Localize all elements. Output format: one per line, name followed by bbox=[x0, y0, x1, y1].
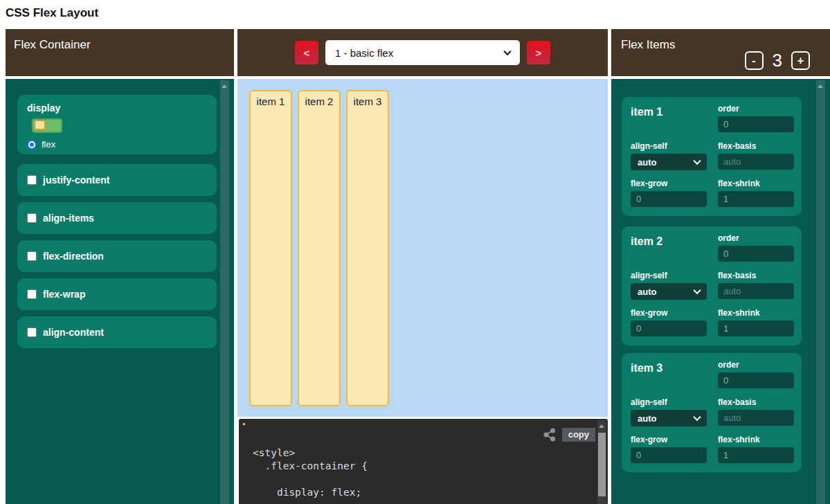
flex-items-panel-header: Flex Items - 3 + bbox=[611, 29, 830, 76]
flex-items-panel-body: item 1 order align-self auto bbox=[611, 79, 830, 504]
code-panel: copy <style> .flex-container { display: … bbox=[239, 419, 608, 504]
item-2-order-input[interactable] bbox=[718, 246, 794, 262]
flex-wrap-label: flex-wrap bbox=[43, 289, 85, 300]
align-items-checkbox[interactable] bbox=[27, 213, 37, 223]
item-2-title: item 2 bbox=[631, 233, 707, 262]
item-1-order-input[interactable] bbox=[718, 116, 794, 132]
flex-basis-label: flex-basis bbox=[718, 141, 794, 151]
justify-content-label: justify-content bbox=[43, 174, 109, 186]
align-content-card: align-content bbox=[17, 316, 217, 348]
item-3-align-self-wrap: auto bbox=[631, 410, 707, 426]
flex-direction-card: flex-direction bbox=[17, 240, 217, 272]
align-self-label: align-self bbox=[631, 141, 707, 151]
order-label: order bbox=[718, 360, 794, 370]
code-listing: <style> .flex-container { display: flex; bbox=[253, 447, 368, 499]
item-3-flex-grow-input[interactable] bbox=[631, 447, 707, 463]
share-icon[interactable] bbox=[543, 428, 557, 442]
flex-radio-label: flex bbox=[42, 139, 55, 150]
flex-shrink-label: flex-shrink bbox=[718, 179, 794, 188]
item-1-align-self-wrap: auto bbox=[631, 154, 707, 170]
display-card: display flex bbox=[17, 95, 217, 154]
item-1-align-self-select[interactable]: auto bbox=[631, 154, 707, 170]
toggle-knob[interactable] bbox=[34, 120, 46, 130]
item-2-flex-grow-input[interactable] bbox=[631, 321, 707, 336]
item-2-flex-basis-input[interactable] bbox=[718, 283, 794, 299]
copy-button[interactable]: copy bbox=[562, 428, 595, 442]
code-scrollbar[interactable] bbox=[597, 420, 606, 504]
scroll-up-icon[interactable] bbox=[599, 424, 604, 428]
preview-item-1: item 1 bbox=[249, 90, 292, 406]
item-1-flex-shrink-input[interactable] bbox=[718, 191, 794, 207]
item-3-flex-shrink-input[interactable] bbox=[718, 447, 794, 463]
item-1-flex-grow-input[interactable] bbox=[631, 191, 707, 207]
align-content-checkbox[interactable] bbox=[27, 327, 37, 337]
scroll-up-icon[interactable] bbox=[818, 84, 823, 88]
flex-preview-container: item 1 item 2 item 3 bbox=[237, 79, 608, 417]
item-count-value: 3 bbox=[773, 50, 782, 71]
justify-content-card: justify-content bbox=[17, 164, 217, 196]
code-line bbox=[253, 473, 368, 486]
code-line: display: flex; bbox=[253, 486, 368, 499]
preview-item-3: item 3 bbox=[346, 90, 389, 406]
item-2-align-self-wrap: auto bbox=[631, 283, 707, 300]
scroll-up-icon[interactable] bbox=[222, 84, 227, 88]
code-scrollbar-thumb[interactable] bbox=[598, 433, 606, 496]
flex-direction-checkbox[interactable] bbox=[27, 251, 37, 261]
flex-grow-label: flex-grow bbox=[631, 308, 707, 318]
item-count-stepper: - 3 + bbox=[745, 50, 810, 71]
code-line: .flex-container { bbox=[253, 460, 368, 473]
code-line: <style> bbox=[253, 447, 368, 460]
item-3-align-self-select[interactable]: auto bbox=[631, 410, 707, 426]
flex-container-panel: Flex Container display flex justify-cont… bbox=[6, 29, 234, 504]
align-content-label: align-content bbox=[43, 327, 104, 338]
example-select[interactable]: 1 - basic flex bbox=[325, 40, 520, 65]
item-2-align-self-select[interactable]: auto bbox=[631, 283, 707, 300]
align-items-card: align-items bbox=[17, 202, 217, 234]
item-1-flex-basis-input[interactable] bbox=[718, 154, 794, 170]
prev-example-button[interactable]: < bbox=[295, 41, 318, 64]
item-1-card: item 1 order align-self auto bbox=[622, 97, 802, 216]
code-bullet-dot bbox=[243, 423, 245, 425]
right-scrollbar[interactable] bbox=[816, 80, 825, 504]
display-toggle[interactable] bbox=[32, 118, 62, 133]
preview-item-2: item 2 bbox=[298, 90, 341, 406]
decrease-items-button[interactable]: - bbox=[745, 51, 764, 70]
next-example-button[interactable]: > bbox=[527, 41, 550, 64]
justify-content-checkbox[interactable] bbox=[27, 175, 37, 185]
flex-direction-label: flex-direction bbox=[43, 251, 104, 262]
flex-shrink-label: flex-shrink bbox=[718, 435, 794, 444]
item-3-flex-basis-input[interactable] bbox=[718, 410, 794, 426]
flex-grow-label: flex-grow bbox=[631, 179, 707, 188]
order-label: order bbox=[718, 233, 794, 243]
left-scrollbar[interactable] bbox=[220, 80, 229, 504]
item-3-card: item 3 order align-self auto bbox=[622, 353, 802, 472]
flex-wrap-card: flex-wrap bbox=[17, 278, 217, 310]
flex-wrap-checkbox[interactable] bbox=[27, 289, 37, 299]
item-3-order-input[interactable] bbox=[718, 372, 794, 388]
example-select-wrap: 1 - basic flex bbox=[325, 40, 520, 65]
align-items-label: align-items bbox=[43, 213, 94, 224]
flex-grow-label: flex-grow bbox=[631, 435, 707, 444]
align-self-label: align-self bbox=[631, 271, 707, 280]
item-2-flex-shrink-input[interactable] bbox=[718, 321, 794, 336]
flex-basis-label: flex-basis bbox=[718, 397, 794, 407]
item-3-title: item 3 bbox=[631, 360, 707, 388]
flex-basis-label: flex-basis bbox=[718, 271, 794, 280]
flex-container-panel-body: display flex justify-content align-items… bbox=[6, 79, 234, 504]
flex-items-panel: Flex Items - 3 + item 1 order align-self bbox=[611, 29, 830, 504]
order-label: order bbox=[718, 104, 794, 114]
item-1-title: item 1 bbox=[631, 104, 707, 132]
flex-items-panel-title: Flex Items bbox=[621, 38, 675, 51]
page-title: CSS Flex Layout bbox=[6, 6, 98, 20]
increase-items-button[interactable]: + bbox=[791, 51, 810, 70]
example-switcher-bar: < 1 - basic flex > bbox=[237, 29, 608, 76]
flex-shrink-label: flex-shrink bbox=[718, 308, 794, 318]
item-2-card: item 2 order align-self auto bbox=[622, 226, 802, 345]
align-self-label: align-self bbox=[631, 397, 707, 407]
display-label: display bbox=[27, 102, 207, 114]
flex-container-panel-title: Flex Container bbox=[6, 29, 234, 76]
flex-radio[interactable] bbox=[27, 140, 37, 150]
